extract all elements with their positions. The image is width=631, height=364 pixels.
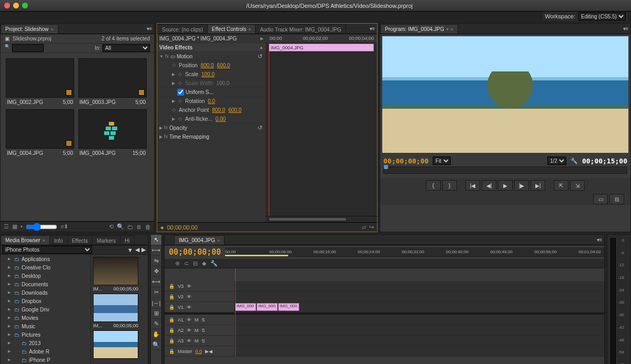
sort-icon[interactable]: ≡⬍ [60,223,68,230]
lock-icon[interactable]: 🔒 [169,317,175,323]
master-track[interactable]: 🔒Master0.0▶◀ [165,346,604,357]
rate-stretch-tool[interactable]: ⟷ [151,277,161,287]
folder-item[interactable]: 🗀Movies [1,314,90,322]
video-track[interactable]: 🔒V1👁 IMG_000 IMG_000 IMG_000 [165,302,604,313]
settings-icon[interactable]: 🔧 [571,158,578,164]
media-item[interactable] [93,330,138,360]
info-tab[interactable]: Info [49,235,68,245]
lock-icon[interactable]: 🔒 [169,349,175,354]
zoom-in-icon[interactable]: ▱ [362,224,366,231]
playhead[interactable] [235,268,236,357]
icon-view-icon[interactable]: ▦ [12,223,17,230]
folder-item[interactable]: 🗀Creative Clo [1,263,90,272]
keyframe-toggle[interactable]: ◇ [178,98,182,103]
reset-icon[interactable]: ↺ [256,53,263,60]
folder-item[interactable]: 🗀Google Driv [1,305,90,314]
search-icon[interactable]: 🔍 [5,44,10,52]
export-frame-button[interactable]: ▭ [593,194,608,204]
mute-button[interactable]: M [195,328,199,333]
h-scrollbar[interactable] [269,217,347,221]
play-button[interactable]: ▶ [498,180,513,191]
find-icon[interactable]: 🔍 [117,223,124,230]
opacity-effect[interactable]: ▶ fx Opacity↺ [157,123,266,132]
time-remap-effect[interactable]: ▶ fx Time Remapping [157,132,266,141]
anchor-x-value[interactable]: 800.0 [212,107,225,113]
mute-button[interactable]: M [195,338,199,344]
history-tab[interactable]: Hi [120,235,134,245]
overwrite-icon[interactable]: ⊂ [184,260,189,267]
path-select[interactable]: iPhone Photos [3,246,92,254]
media-browser-tab[interactable]: Media Browser × [1,235,50,245]
program-tab[interactable]: Program: IMG_0004.JPG ▾ × [380,24,458,34]
playhead[interactable] [269,43,269,222]
close-icon[interactable] [4,3,10,8]
mark-in-button[interactable]: { [426,180,441,191]
step-forward-button[interactable]: |▶ [514,180,529,191]
work-area-bar[interactable] [225,255,288,256]
selection-tool[interactable]: ↖ [151,235,161,245]
folder-item[interactable]: 🗀Adobe R [1,347,90,356]
solo-button[interactable]: S [202,317,205,323]
eye-icon[interactable]: 👁 [187,328,191,333]
lift-button[interactable]: ⇱ [554,180,568,191]
solo-button[interactable]: S [202,338,205,344]
program-viewer[interactable] [382,36,628,153]
thumb-size-slider[interactable] [26,223,57,231]
folder-item[interactable]: 🗀2013 [1,339,90,347]
auto-match-icon[interactable]: ⟲ [109,223,114,230]
list-view-icon[interactable]: ☲ [4,223,9,230]
markers-tab[interactable]: Markers [92,235,120,245]
ec-timeline[interactable]: :00;00 00;00;02;00 00;00;04;00 IMG_0004.… [266,34,377,222]
rotation-value[interactable]: 0.0 [208,98,215,104]
folder-item[interactable]: 🗀Applications [1,255,90,263]
step-back-button[interactable]: ◀| [482,180,496,191]
folder-item[interactable]: 🗀Pictures [1,330,90,339]
bin-item[interactable]: IMG_0003.JPG5;00 [78,58,147,105]
meter-icon[interactable]: ▶◀ [205,349,212,354]
folder-item[interactable]: 🗀Downloads [1,288,90,297]
lock-icon[interactable]: 🔒 [169,338,175,344]
marker-icon[interactable]: ◆ [202,260,206,267]
project-search-input[interactable] [12,44,44,52]
close-tab-icon[interactable]: × [248,27,251,32]
video-effects-header[interactable]: Video Effects▲ [157,43,266,52]
zoom-tool[interactable]: 🔍 [151,340,161,350]
sequence-tab[interactable]: IMG_0004.JPG × [174,235,225,245]
mute-button[interactable]: M [195,317,199,323]
bin-item[interactable]: IMG_0002.JPG5;00 [6,58,74,105]
insert-icon[interactable]: ⊕ [175,260,180,267]
master-gain[interactable]: 0.0 [196,349,202,354]
timeline-ruler[interactable]: 00;00 00;00;08;00 00;00;16;00 00;00;24;0… [225,247,604,257]
go-to-out-button[interactable]: ▶| [531,180,545,191]
close-tab-icon[interactable]: × [217,238,220,243]
project-tab[interactable]: Project: Slideshow × [1,24,58,34]
go-to-in-button[interactable]: |◀ [465,180,480,191]
razor-tool[interactable]: ✂ [151,287,161,298]
mark-out-button[interactable]: } [442,180,457,191]
keyframe-toggle[interactable]: ◇ [172,63,176,68]
timeline-clip[interactable]: IMG_000 [257,303,278,311]
bin-item[interactable]: IMG_0004.JPG5;00 [6,109,74,156]
track-select-tool[interactable]: ⟼ [151,245,161,256]
extract-button[interactable]: ⇲ [570,180,585,191]
folder-item[interactable]: 🗀Desktop [1,272,90,280]
resolution-select[interactable]: 1/2 [547,157,566,165]
close-tab-icon[interactable]: × [43,238,45,243]
eye-icon[interactable]: 👁 [187,317,191,323]
slide-tool[interactable]: ⊞ [151,308,161,319]
slip-tool[interactable]: |↔| [151,298,161,308]
eye-icon[interactable]: 👁 [187,294,191,299]
settings-wrench-icon[interactable]: 🔧 [210,260,218,267]
back-icon[interactable]: ◀ [135,246,139,253]
eye-icon[interactable]: 👁 [187,284,191,289]
audio-track[interactable]: 🔒A3👁MS [165,336,604,346]
ec-timecode[interactable]: 00;00;00;00 [167,224,198,231]
audio-mixer-tab[interactable]: Audio Track Mixer: IMG_0004.JPG [255,24,346,34]
close-tab-icon[interactable]: × [451,27,453,32]
lock-icon[interactable]: 🔒 [169,305,175,310]
filter-icon[interactable]: ▼ [127,247,133,253]
delete-icon[interactable]: 🗑 [145,224,151,230]
close-tab-icon[interactable]: × [50,27,53,32]
position-x-value[interactable]: 800.0 [201,63,214,68]
pen-tool[interactable]: ✎ [151,319,161,329]
